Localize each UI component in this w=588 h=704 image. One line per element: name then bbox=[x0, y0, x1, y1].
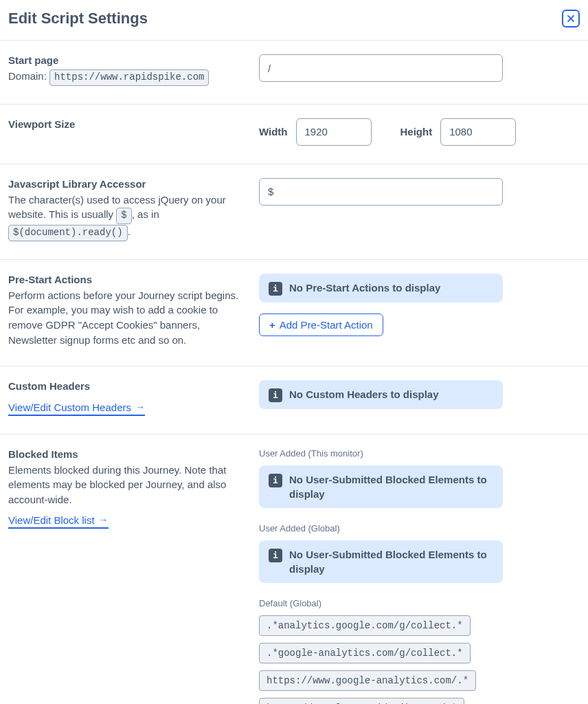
viewport-height-input[interactable] bbox=[440, 118, 516, 146]
blocked-user-monitor-text: No User-Submitted Blocked Elements to di… bbox=[289, 472, 493, 501]
domain-label: Domain: bbox=[8, 70, 49, 82]
blocked-item: https://results.rapidspike.com/.* bbox=[259, 698, 464, 704]
close-icon bbox=[566, 14, 576, 23]
js-library-label: Javascript Library Accessor bbox=[8, 178, 245, 190]
section-blocked-items: Blocked Items Elements blocked during th… bbox=[0, 434, 588, 704]
custom-headers-banner-text: No Custom Headers to display bbox=[289, 387, 439, 402]
add-pre-start-action-button[interactable]: + Add Pre-Start Action bbox=[259, 314, 383, 336]
blocked-group-default-global: Default (Global) .*analytics.google.com/… bbox=[259, 598, 580, 704]
block-list-link-label: View/Edit Block list bbox=[8, 514, 95, 526]
js-library-code-1: $ bbox=[116, 208, 131, 224]
viewport-height-label: Height bbox=[400, 126, 433, 138]
blocked-group-heading: User Added (Global) bbox=[259, 523, 580, 534]
arrow-right-icon: → bbox=[99, 514, 109, 525]
pre-start-empty-banner: i No Pre-Start Actions to display bbox=[259, 274, 503, 302]
blocked-group-heading: Default (Global) bbox=[259, 598, 580, 608]
modal-title: Edit Script Settings bbox=[8, 10, 148, 28]
domain-value-chip: https://www.rapidspike.com bbox=[49, 69, 209, 86]
blocked-user-global-banner: i No User-Submitted Blocked Elements to … bbox=[259, 540, 503, 583]
blocked-items-desc: Elements blocked during this Journey. No… bbox=[8, 463, 245, 507]
section-viewport: Viewport Size Width Height bbox=[0, 104, 588, 164]
blocked-item: https://www.google-analytics.com/.* bbox=[259, 670, 476, 691]
start-page-path-input[interactable] bbox=[259, 54, 503, 82]
blocked-group-user-monitor: User Added (This monitor) i No User-Subm… bbox=[259, 448, 580, 508]
blocked-user-global-text: No User-Submitted Blocked Elements to di… bbox=[289, 547, 493, 576]
js-library-code-2: $(document).ready() bbox=[8, 225, 128, 241]
info-icon: i bbox=[269, 474, 282, 487]
add-pre-start-action-label: Add Pre-Start Action bbox=[280, 319, 373, 331]
section-start-page: Start page Domain: https://www.rapidspik… bbox=[0, 41, 588, 104]
js-library-desc: The character(s) used to access jQuery o… bbox=[8, 192, 245, 241]
info-icon: i bbox=[269, 282, 282, 296]
view-edit-custom-headers-link[interactable]: View/Edit Custom Headers → bbox=[8, 402, 145, 416]
blocked-item: .*google-analytics.com/g/collect.* bbox=[259, 643, 471, 663]
viewport-label: Viewport Size bbox=[8, 118, 245, 130]
pre-start-label: Pre-Start Actions bbox=[8, 274, 245, 285]
view-edit-block-list-link[interactable]: View/Edit Block list → bbox=[8, 514, 109, 529]
blocked-user-monitor-banner: i No User-Submitted Blocked Elements to … bbox=[259, 465, 503, 508]
arrow-right-icon: → bbox=[135, 402, 145, 412]
blocked-group-user-global: User Added (Global) i No User-Submitted … bbox=[259, 523, 580, 583]
close-button[interactable] bbox=[562, 10, 580, 28]
viewport-width-input[interactable] bbox=[296, 118, 372, 146]
section-js-library: Javascript Library Accessor The characte… bbox=[0, 164, 588, 260]
modal-header: Edit Script Settings bbox=[0, 0, 588, 41]
custom-headers-link-label: View/Edit Custom Headers bbox=[8, 402, 131, 413]
custom-headers-empty-banner: i No Custom Headers to display bbox=[259, 380, 503, 409]
custom-headers-label: Custom Headers bbox=[8, 380, 245, 392]
start-page-domain-row: Domain: https://www.rapidspike.com bbox=[8, 69, 245, 86]
blocked-group-heading: User Added (This monitor) bbox=[259, 448, 580, 459]
js-library-desc-post: . bbox=[128, 226, 131, 237]
blocked-default-list: .*analytics.google.com/g/collect.* .*goo… bbox=[259, 615, 580, 704]
js-library-input[interactable] bbox=[259, 178, 503, 206]
info-icon: i bbox=[269, 549, 282, 562]
blocked-items-label: Blocked Items bbox=[8, 448, 245, 460]
pre-start-banner-text: No Pre-Start Actions to display bbox=[289, 280, 440, 295]
section-pre-start: Pre-Start Actions Perform actions before… bbox=[0, 260, 588, 366]
viewport-width-label: Width bbox=[259, 126, 288, 138]
pre-start-desc: Perform actions before your Journey scri… bbox=[8, 288, 245, 348]
js-library-desc-mid: , as in bbox=[132, 208, 159, 220]
blocked-item: .*analytics.google.com/g/collect.* bbox=[259, 615, 471, 636]
section-custom-headers: Custom Headers View/Edit Custom Headers … bbox=[0, 366, 588, 434]
info-icon: i bbox=[269, 388, 282, 402]
plus-icon: + bbox=[269, 319, 275, 331]
start-page-label: Start page bbox=[8, 54, 245, 66]
